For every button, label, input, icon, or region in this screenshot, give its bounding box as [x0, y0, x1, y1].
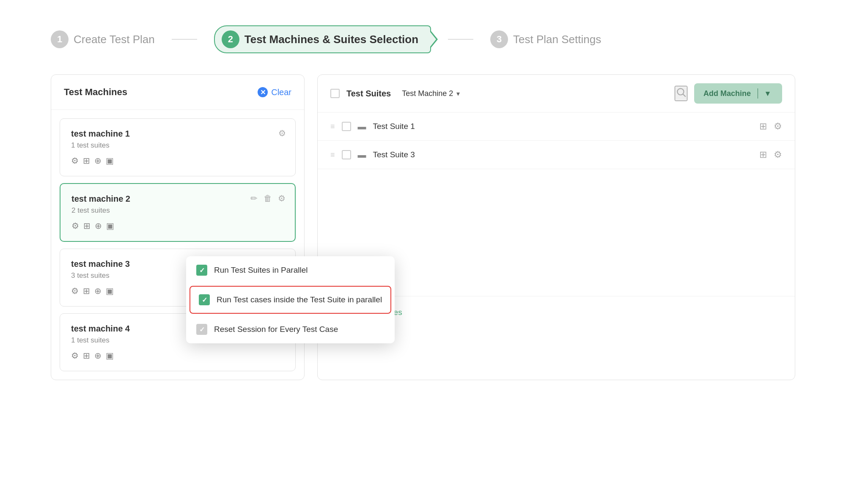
right-panel-header: Test Suites Test Machine 2 ▾ Add Machine… [318, 75, 795, 112]
gear-icon [71, 351, 79, 361]
suite-type-icon: ▬ [358, 122, 366, 131]
clear-button[interactable]: ✕ Clear [258, 87, 291, 97]
machine-1-actions [278, 128, 286, 138]
stepper: 1 Create Test Plan 2 Test Machines & Sui… [0, 0, 846, 74]
step-divider-2 [448, 39, 473, 40]
svg-point-0 [677, 88, 684, 95]
popup-item-2-label: Run Test cases inside the Test Suite in … [217, 295, 382, 304]
machine-2-suites: 2 test suites [71, 206, 284, 215]
add-machine-label: Add Machine [703, 89, 751, 98]
machine-2-delete-button[interactable]: 🗑 [264, 193, 272, 203]
search-button[interactable] [675, 86, 687, 101]
gear-icon [71, 286, 79, 296]
machine-1-suites: 1 test suites [71, 141, 284, 150]
add-machine-button[interactable]: Add Machine ▾ [694, 83, 782, 104]
test-machines-title: Test Machines [64, 87, 127, 98]
machine-selector[interactable]: Test Machine 2 ▾ [402, 89, 460, 98]
machine-2-edit-button[interactable]: ✏ [250, 193, 258, 203]
step-1-label: Create Test Plan [74, 33, 155, 46]
drag-handle-icon: ≡ [330, 151, 335, 159]
suite-2-checkbox[interactable] [342, 150, 351, 159]
machine-4-icons [71, 351, 284, 361]
machine-1-icons [71, 156, 284, 166]
chrome-icon [95, 221, 102, 231]
machine-1-settings-button[interactable] [278, 128, 286, 138]
test-suites-title: Test Suites [346, 89, 391, 99]
machine-card-2[interactable]: test machine 2 2 test suites ✏ 🗑 [60, 183, 296, 242]
screen-icon [106, 286, 114, 296]
step-2-arrow: 2 Test Machines & Suites Selection [214, 25, 431, 53]
popup-overlay: ✓ Run Test Suites in Parallel ✓ Run Test… [186, 256, 395, 343]
left-panel-header: Test Machines ✕ Clear [51, 75, 304, 110]
popup-item-2[interactable]: ✓ Run Test cases inside the Test Suite i… [190, 286, 391, 314]
screen-icon [106, 351, 114, 361]
svg-line-1 [683, 94, 686, 97]
suite-row-1: ≡ ▬ Test Suite 1 ⊞ ⚙ [318, 112, 795, 141]
suite-2-add-button[interactable]: ⊞ [759, 149, 767, 160]
chrome-icon [94, 286, 102, 296]
check-icon-1: ✓ [196, 265, 207, 276]
machine-selector-value: Test Machine 2 [402, 89, 453, 98]
clear-icon: ✕ [258, 87, 268, 97]
dropdown-arrow-icon: ▾ [456, 90, 460, 98]
settings-icon [278, 194, 286, 203]
step-3-label: Test Plan Settings [513, 33, 601, 46]
step-2-num: 2 [222, 30, 239, 48]
screen-icon [106, 156, 114, 166]
suite-2-settings-button[interactable]: ⚙ [774, 149, 782, 160]
machine-1-name: test machine 1 [71, 129, 284, 139]
popup-item-1-label: Run Test Suites in Parallel [214, 266, 308, 275]
popup-item-3[interactable]: ✓ Reset Session for Every Test Case [186, 315, 395, 343]
popup-menu: ✓ Run Test Suites in Parallel ✓ Run Test… [186, 256, 395, 343]
drag-handle-icon: ≡ [330, 122, 335, 131]
windows-icon [83, 286, 90, 296]
popup-item-3-label: Reset Session for Every Test Case [214, 325, 338, 334]
suite-type-icon: ▬ [358, 150, 366, 160]
step-2-label: Test Machines & Suites Selection [244, 33, 418, 46]
machine-card-1[interactable]: test machine 1 1 test suites [60, 118, 296, 176]
gear-icon [71, 221, 79, 231]
machine-2-actions: ✏ 🗑 [250, 193, 286, 203]
suite-row-2: ≡ ▬ Test Suite 3 ⊞ ⚙ [318, 141, 795, 169]
windows-icon [83, 221, 91, 231]
suite-1-name: Test Suite 1 [373, 122, 753, 131]
step-1: 1 Create Test Plan [51, 30, 155, 48]
suite-1-settings-button[interactable]: ⚙ [774, 121, 782, 132]
step-1-num: 1 [51, 30, 69, 48]
machine-2-icons [71, 221, 284, 231]
main-content: Test Machines ✕ Clear test machine 1 1 t… [0, 74, 846, 380]
step-2: 2 Test Machines & Suites Selection [214, 25, 431, 53]
windows-icon [83, 156, 90, 166]
chrome-icon [94, 156, 102, 166]
popup-item-1[interactable]: ✓ Run Test Suites in Parallel [186, 256, 395, 284]
check-icon-3: ✓ [196, 324, 207, 335]
check-icon-2: ✓ [199, 294, 210, 305]
suite-2-name: Test Suite 3 [373, 150, 753, 159]
step-3: 3 Test Plan Settings [490, 30, 601, 48]
screen-icon [106, 221, 114, 231]
select-all-checkbox[interactable] [330, 89, 340, 98]
button-divider [758, 88, 758, 99]
settings-icon [278, 129, 286, 138]
suite-1-checkbox[interactable] [342, 122, 351, 131]
gear-icon [71, 156, 79, 166]
step-3-num: 3 [490, 30, 508, 48]
clear-label: Clear [271, 88, 291, 97]
chrome-icon [94, 351, 102, 361]
machine-2-settings-button[interactable] [278, 193, 286, 203]
step-divider-1 [172, 39, 197, 40]
add-machine-dropdown-arrow[interactable]: ▾ [762, 89, 773, 98]
windows-icon [83, 351, 90, 361]
suite-1-add-button[interactable]: ⊞ [759, 121, 767, 132]
